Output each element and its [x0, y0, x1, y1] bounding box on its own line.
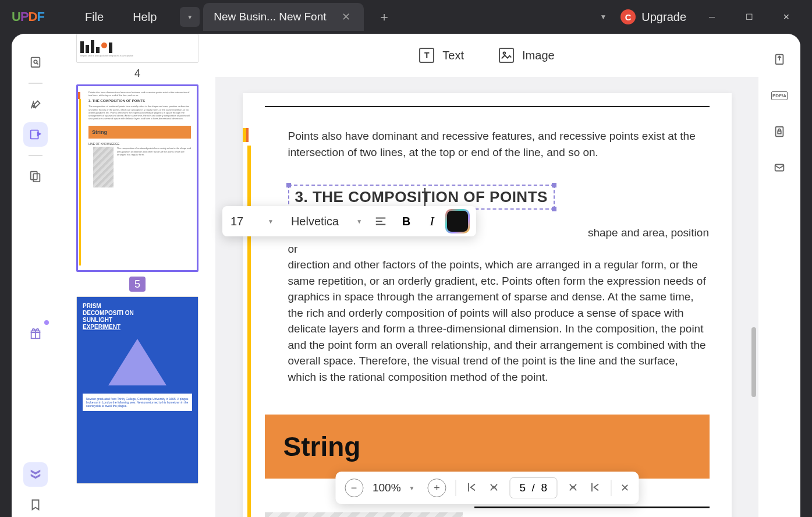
font-size-input[interactable]	[231, 215, 260, 228]
zoom-dropdown-icon[interactable]: ▼	[406, 485, 419, 491]
thumbnail-number: 4	[70, 68, 205, 80]
comment-tool[interactable]	[23, 92, 48, 116]
selection-handle[interactable]	[286, 183, 291, 187]
upgrade-button[interactable]: C Upgrade	[620, 9, 686, 24]
separator	[29, 155, 42, 156]
italic-button[interactable]: I	[421, 211, 442, 232]
thumbnail-page-6[interactable]: PRISM DECOMPOSITI ON SUNLIGHT EXPERIMENT…	[76, 296, 198, 484]
gift-icon[interactable]	[23, 321, 48, 346]
separator	[611, 480, 611, 496]
thumbnail-page-4[interactable]: the point, which is also a quick work st…	[76, 34, 198, 63]
thumbnail-number-current: 5	[129, 277, 146, 292]
align-left-button[interactable]	[370, 211, 391, 232]
font-size-dropdown-icon[interactable]: ▼	[264, 218, 277, 225]
organize-tool[interactable]	[23, 164, 48, 189]
document-page[interactable]: Points also have dominant and recessive …	[243, 93, 732, 517]
new-tab-button[interactable]: ＋	[375, 8, 393, 26]
selection-handle[interactable]	[552, 207, 556, 211]
share-tool[interactable]	[770, 158, 789, 177]
heading-text[interactable]: 3. THE COMPOSITION OF POINTS	[295, 188, 548, 206]
next-page-button[interactable]	[566, 481, 579, 495]
edit-image-label: Image	[522, 49, 555, 62]
separator	[29, 83, 42, 84]
svg-rect-2	[31, 130, 38, 139]
tab-title: New Busin... New Font	[214, 10, 326, 23]
font-toolbar: ▼ Helvetica ▼ B I	[222, 206, 476, 236]
thumbnail-page-5[interactable]: Points also have dominant and recessive …	[76, 84, 198, 272]
protect-tool[interactable]	[770, 122, 789, 141]
account-dropdown-icon[interactable]: ▼	[600, 13, 607, 21]
minimize-button[interactable]: ─	[700, 8, 724, 26]
close-window-button[interactable]: ✕	[775, 8, 798, 26]
pdfa-tool[interactable]: PDF/A	[770, 86, 789, 105]
bold-button[interactable]: B	[396, 211, 417, 232]
export-tool[interactable]	[770, 50, 789, 69]
paragraph-text[interactable]: direction and other factors of the point…	[288, 257, 710, 385]
close-tab-icon[interactable]: ✕	[339, 10, 353, 24]
page-rule	[265, 106, 710, 107]
thumbnail-panel[interactable]: the point, which is also a quick work st…	[59, 34, 215, 517]
upgrade-label: Upgrade	[641, 10, 686, 24]
edit-tool[interactable]	[23, 122, 48, 147]
separator	[455, 480, 456, 496]
svg-rect-0	[31, 58, 40, 68]
bookmark-toggle[interactable]	[23, 493, 48, 517]
side-marker	[247, 146, 251, 517]
document-image[interactable]	[265, 512, 463, 517]
string-heading-block[interactable]: String	[265, 415, 710, 479]
paragraph-text[interactable]: Points also have dominant and recessive …	[288, 128, 710, 160]
font-family-select[interactable]: Helvetica	[282, 215, 348, 228]
zoom-navigation-bar: − 100% ▼ + 5 / 8 ✕	[335, 472, 639, 504]
app-logo: UPDF	[12, 9, 44, 24]
page-indicator[interactable]: 5 / 8	[509, 477, 557, 498]
prev-page-button[interactable]	[487, 481, 500, 495]
maximize-button[interactable]: ☐	[737, 8, 761, 26]
first-page-button[interactable]	[465, 481, 478, 495]
document-viewport[interactable]: Points also have dominant and recessive …	[215, 77, 758, 517]
font-color-button[interactable]	[447, 211, 468, 232]
zoom-in-button[interactable]: +	[427, 479, 446, 497]
zoom-out-button[interactable]: −	[345, 479, 363, 497]
close-zoom-bar-button[interactable]: ✕	[620, 481, 629, 494]
thumbnails-toggle[interactable]	[23, 462, 48, 487]
user-avatar-badge: C	[620, 9, 636, 24]
text-icon: T	[419, 48, 434, 63]
document-tab[interactable]: New Busin... New Font ✕	[203, 3, 363, 31]
svg-rect-9	[778, 131, 781, 134]
menu-file[interactable]: File	[85, 10, 104, 24]
zoom-percent[interactable]: 100%	[373, 481, 401, 494]
tab-list-dropdown[interactable]: ▼	[180, 7, 200, 27]
menu-help[interactable]: Help	[133, 10, 157, 24]
last-page-button[interactable]	[588, 481, 601, 495]
reader-tool[interactable]	[23, 50, 48, 75]
font-family-dropdown-icon[interactable]: ▼	[353, 218, 366, 225]
edit-image-button[interactable]: Image	[499, 48, 555, 63]
edit-text-label: Text	[442, 49, 464, 62]
image-icon	[499, 48, 514, 63]
selection-handle[interactable]	[552, 183, 556, 187]
edit-text-button[interactable]: T Text	[419, 48, 464, 63]
text-cursor	[424, 188, 425, 206]
accent-marker	[243, 128, 249, 142]
svg-point-6	[503, 52, 506, 55]
scrollbar-thumb[interactable]	[751, 327, 756, 397]
